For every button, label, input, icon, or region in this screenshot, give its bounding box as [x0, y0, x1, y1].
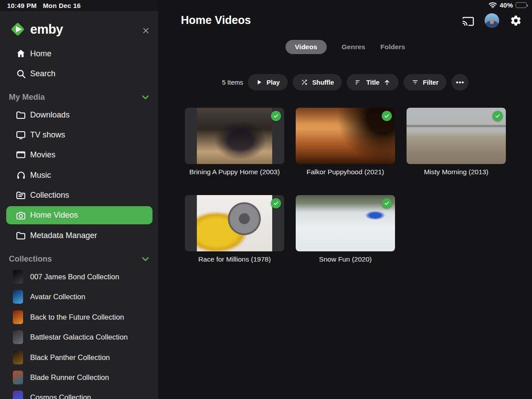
filter-button[interactable]: Filter	[403, 74, 446, 90]
video-title: Misty Morning (2013)	[407, 168, 506, 176]
collection-item-label: Back to the Future Collection	[30, 313, 124, 321]
cast-button[interactable]	[462, 14, 475, 27]
collection-poster-thumb	[13, 270, 23, 284]
play-label: Play	[266, 79, 280, 86]
cast-icon	[462, 16, 474, 26]
folder-icon	[15, 109, 27, 121]
collection-item-007-james-bond[interactable]: 007 James Bond Collection	[0, 268, 159, 286]
video-card[interactable]: Brining A Puppy Home (2003)	[185, 108, 284, 176]
video-thumbnail	[185, 108, 284, 164]
sidebar-item-collections[interactable]: Collections	[0, 186, 159, 204]
tab-genres[interactable]: Genres	[342, 40, 365, 54]
video-card[interactable]: Race for Millions (1978)	[185, 195, 284, 263]
sidebar-item-label: Music	[30, 171, 51, 180]
collection-item-label: Blade Runner Collection	[30, 373, 109, 382]
status-time: 10:49 PM	[7, 2, 37, 9]
watched-check-badge	[271, 111, 281, 121]
library-tabs: Videos Genres Folders	[159, 40, 532, 54]
sidebar: emby Home Search My Media Downloads TV s…	[0, 0, 159, 399]
video-card[interactable]: Snow Fun (2020)	[296, 195, 395, 263]
search-icon	[15, 68, 27, 79]
settings-button[interactable]	[509, 14, 522, 27]
sidebar-item-label: Movies	[30, 150, 55, 160]
collection-poster-thumb	[13, 290, 23, 304]
home-icon	[15, 48, 27, 59]
sidebar-item-metadata-manager[interactable]: Metadata Manager	[0, 227, 159, 244]
watched-check-badge	[382, 111, 392, 121]
sidebar-item-home-videos-selected[interactable]: Home Videos	[6, 206, 153, 224]
items-count: 5 Items	[222, 79, 243, 86]
sidebar-item-label: TV shows	[30, 130, 65, 140]
emby-logo: emby	[9, 20, 63, 38]
section-header-collections[interactable]: Collections	[0, 251, 159, 267]
collection-poster-thumb	[13, 310, 23, 324]
collection-item-cosmos[interactable]: Cosmos Collection	[0, 388, 159, 399]
video-card[interactable]: Misty Morning (2013)	[407, 108, 506, 176]
emby-logo-text: emby	[30, 22, 63, 37]
user-avatar[interactable]	[485, 13, 499, 28]
folder-list-icon	[15, 189, 27, 201]
sidebar-item-movies[interactable]: Movies	[0, 146, 159, 164]
collection-item-blade-runner[interactable]: Blade Runner Collection	[0, 368, 159, 386]
close-sidebar-button[interactable]	[140, 25, 152, 36]
watched-check-badge	[493, 111, 503, 121]
section-title: Collections	[9, 254, 52, 264]
more-button[interactable]: •••	[451, 74, 469, 90]
toolbar: 5 Items Play Shuffle Title Filter •••	[159, 74, 532, 90]
folder-icon	[15, 230, 27, 241]
collection-item-label: Cosmos Collection	[30, 393, 91, 399]
tab-folders[interactable]: Folders	[380, 40, 405, 54]
sort-button[interactable]: Title	[347, 74, 399, 90]
sort-lines-icon	[355, 78, 362, 86]
sort-label: Title	[366, 79, 379, 86]
status-time-date: 10:49 PMMon Dec 16	[7, 2, 81, 9]
collection-poster-thumb	[13, 351, 23, 364]
sidebar-item-label: Search	[30, 69, 55, 78]
collection-item-label: 007 James Bond Collection	[30, 273, 119, 281]
collection-item-avatar[interactable]: Avatar Collection	[0, 288, 159, 305]
video-grid: Brining A Puppy Home (2003) Falkor Puppy…	[185, 108, 506, 263]
shuffle-label: Shuffle	[312, 79, 334, 86]
wifi-icon	[489, 2, 497, 8]
sidebar-item-music[interactable]: Music	[0, 166, 159, 184]
main-content: Home Videos Videos Genres Folders 5 Item…	[159, 0, 532, 399]
collection-item-back-to-the-future[interactable]: Back to the Future Collection	[0, 308, 159, 326]
filter-icon	[411, 78, 419, 86]
video-title: Brining A Puppy Home (2003)	[185, 168, 284, 176]
collection-poster-thumb	[13, 371, 23, 384]
status-bar: 10:49 PMMon Dec 16 40%	[0, 0, 532, 11]
tv-icon	[15, 129, 27, 141]
video-thumbnail	[185, 195, 284, 251]
battery-icon	[516, 2, 527, 8]
section-header-my-media[interactable]: My Media	[0, 89, 159, 105]
sidebar-item-search[interactable]: Search	[0, 65, 159, 82]
video-title: Falkor Puppyhood (2021)	[296, 168, 395, 176]
watched-check-badge	[271, 198, 281, 208]
video-thumbnail	[407, 108, 506, 164]
tab-videos[interactable]: Videos	[286, 40, 327, 54]
video-title: Snow Fun (2020)	[296, 255, 395, 263]
section-title: My Media	[9, 93, 45, 102]
chevron-down-icon	[140, 92, 151, 102]
sidebar-item-label: Metadata Manager	[30, 231, 97, 240]
play-icon	[256, 79, 262, 86]
arrow-up-icon	[383, 79, 391, 86]
shuffle-icon	[301, 78, 308, 86]
video-thumbnail	[296, 108, 395, 164]
sidebar-item-downloads[interactable]: Downloads	[0, 106, 159, 124]
sidebar-item-tv-shows[interactable]: TV shows	[0, 126, 159, 144]
sidebar-item-home[interactable]: Home	[0, 45, 159, 63]
shuffle-button[interactable]: Shuffle	[293, 74, 342, 90]
status-date: Mon Dec 16	[43, 2, 81, 9]
collection-poster-thumb	[13, 391, 23, 399]
collection-item-label: Battlestar Galactica Collection	[30, 333, 128, 341]
movie-clapper-icon	[15, 149, 27, 160]
play-button[interactable]: Play	[248, 74, 288, 90]
page-title: Home Videos	[181, 14, 251, 27]
close-icon	[141, 26, 150, 35]
collection-item-battlestar-galactica[interactable]: Battlestar Galactica Collection	[0, 328, 159, 346]
battery-percent: 40%	[500, 1, 513, 9]
collection-item-label: Avatar Collection	[30, 293, 85, 301]
collection-item-black-panther[interactable]: Black Panther Collection	[0, 348, 159, 366]
video-card[interactable]: Falkor Puppyhood (2021)	[296, 108, 395, 176]
